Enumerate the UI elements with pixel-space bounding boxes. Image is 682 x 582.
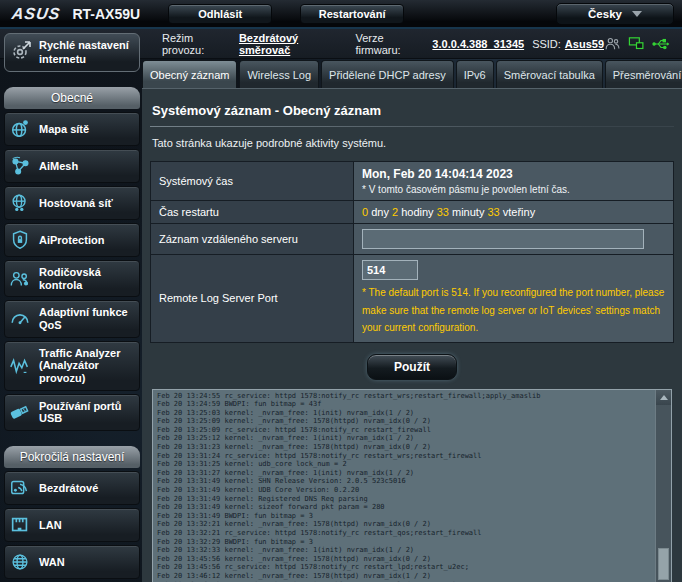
tab-wireless-log[interactable]: Wireless Log	[239, 60, 319, 88]
status-icons	[604, 36, 670, 51]
wan-icon	[8, 551, 32, 573]
uptime-seconds: 33	[487, 206, 499, 218]
tab-port-forwarding[interactable]: Přesměrování portů	[605, 60, 682, 88]
sidebar-section-general[interactable]: Obecné	[4, 87, 140, 109]
asus-logo: ASUS	[11, 5, 62, 23]
sidebar-item-adaptive-qos[interactable]: Adaptivní funkce QoS	[4, 300, 140, 337]
sidebar-item-label: Rodičovská kontrola	[39, 266, 136, 291]
sidebar-item-parental-controls[interactable]: Rodičovská kontrola	[4, 260, 140, 297]
remote-port-input[interactable]	[362, 260, 418, 280]
language-value: Česky	[588, 8, 622, 20]
logout-button[interactable]: Odhlásit	[168, 4, 272, 24]
chevron-down-icon	[632, 11, 642, 17]
ssid-link[interactable]: Asus59	[565, 38, 604, 50]
scroll-up-button[interactable]	[656, 390, 671, 405]
tab-ipv6[interactable]: IPv6	[456, 60, 494, 88]
network-map-icon	[8, 118, 32, 140]
sidebar-item-lan[interactable]: LAN	[4, 508, 140, 542]
operation-mode-label: Režim provozu:	[162, 32, 235, 56]
uptime-value: 0 dny 2 hodiny 33 minuty 33 vteřiny	[354, 201, 674, 224]
sidebar-item-label: Hostovaná síť	[39, 197, 113, 210]
apply-button[interactable]: Použít	[367, 354, 457, 380]
page-description: Tato stránka ukazuje podrobné aktivity s…	[152, 137, 672, 149]
tab-general-log[interactable]: Obecný záznam	[142, 60, 237, 88]
table-row: Záznam vzdáleného serveru	[151, 224, 674, 255]
table-row: Čas restartu 0 dny 2 hodiny 33 minuty 33…	[151, 201, 674, 224]
triangle-up-icon	[660, 395, 668, 400]
uptime-seconds-unit: vteřiny	[503, 206, 535, 218]
ssid-label: SSID:	[532, 38, 561, 50]
sidebar-item-quick-internet-setup[interactable]: Rychlé nastavení internetu	[4, 33, 140, 72]
sidebar: Rychlé nastavení internetu Obecné Mapa s…	[4, 33, 140, 582]
vertical-scroll-thumb[interactable]	[658, 548, 669, 580]
parental-controls-icon	[8, 268, 32, 290]
sidebar-item-aiprotection[interactable]: AiProtection	[4, 223, 140, 257]
sidebar-item-wireless[interactable]: Bezdrátové	[4, 471, 140, 505]
operation-mode-link[interactable]: Bezdrátový směrovač	[239, 32, 348, 56]
sidebar-item-label: LAN	[39, 519, 62, 532]
sidebar-item-label: AiProtection	[39, 234, 104, 247]
uptime-hours-unit: hodiny	[401, 206, 433, 218]
traffic-analyzer-icon	[8, 355, 32, 377]
router-model: RT-AX59U	[72, 6, 140, 22]
top-banner: ASUS RT-AX59U Odhlásit Restartování Česk…	[0, 0, 682, 29]
usb-status-icon[interactable]	[652, 37, 670, 51]
page-title: Systémový záznam - Obecný záznam	[152, 103, 672, 118]
guest-network-icon	[8, 192, 32, 214]
aiprotection-icon	[8, 229, 32, 251]
system-log-text[interactable]: Feb 20 13:24:55 rc_service: httpd 1578:n…	[157, 392, 654, 582]
remote-port-label: Remote Log Server Port	[151, 255, 354, 343]
vertical-scrollbar[interactable]	[655, 390, 671, 582]
network-devices-icon[interactable]	[628, 36, 645, 51]
sidebar-item-traffic-analyzer[interactable]: Traffic Analyzer (Analyzátor provozu)	[4, 341, 140, 391]
uptime-days: 0	[362, 206, 368, 218]
system-time-label: Systémový čas	[151, 162, 354, 201]
firmware-version-link[interactable]: 3.0.0.4.388_31345	[432, 38, 524, 50]
tab-bar: Obecný záznam Wireless Log Přidělené DHC…	[142, 60, 682, 88]
sidebar-item-label: WAN	[39, 556, 65, 569]
uptime-days-unit: dny	[371, 206, 389, 218]
remote-server-label: Záznam vzdáleného serveru	[151, 224, 354, 255]
lan-icon	[8, 514, 32, 536]
tab-routing-table[interactable]: Směrovací tabulka	[496, 60, 603, 88]
system-time-value: Mon, Feb 20 14:04:14 2023	[362, 167, 665, 181]
quick-setup-gear-icon	[9, 39, 33, 66]
usb-icon	[8, 401, 32, 423]
uptime-hours: 2	[392, 206, 398, 218]
language-dropdown[interactable]: Česky	[556, 3, 674, 25]
settings-table: Systémový čas Mon, Feb 20 14:04:14 2023 …	[150, 161, 674, 343]
sidebar-item-label: Používání portů USB	[39, 400, 136, 425]
clients-icon[interactable]	[604, 36, 621, 51]
sidebar-item-usb-application[interactable]: Používání portů USB	[4, 394, 140, 431]
aimesh-icon	[8, 155, 32, 177]
remote-server-input[interactable]	[362, 229, 644, 249]
uptime-label: Čas restartu	[151, 201, 354, 224]
sidebar-item-label: AiMesh	[39, 160, 78, 173]
sidebar-item-label: Bezdrátové	[39, 482, 98, 495]
uptime-minutes: 33	[437, 206, 449, 218]
remote-port-note: * The default port is 514. If you reconf…	[362, 284, 665, 337]
sidebar-item-label: Traffic Analyzer (Analyzátor provozu)	[39, 347, 136, 385]
wireless-icon	[8, 477, 32, 499]
sidebar-item-label: Rychlé nastavení internetu	[39, 39, 135, 65]
table-row: Systémový čas Mon, Feb 20 14:04:14 2023 …	[151, 162, 674, 201]
uptime-minutes-unit: minuty	[452, 206, 484, 218]
table-row: Remote Log Server Port * The default por…	[151, 255, 674, 343]
dst-note: * V tomto časovém pásmu je povolen letní…	[362, 184, 665, 195]
main-content: Obecný záznam Wireless Log Přidělené DHC…	[142, 60, 682, 582]
content-panel: Systémový záznam - Obecný záznam Tato st…	[142, 88, 682, 582]
sidebar-item-wan[interactable]: WAN	[4, 545, 140, 579]
sidebar-item-label: Adaptivní funkce QoS	[39, 306, 136, 331]
system-log-viewer[interactable]: Feb 20 13:24:55 rc_service: httpd 1578:n…	[152, 389, 672, 582]
sidebar-item-label: Mapa sítě	[39, 123, 89, 136]
sidebar-section-advanced[interactable]: Pokročilá nastavení	[4, 446, 140, 468]
sidebar-item-guest-network[interactable]: Hostovaná síť	[4, 186, 140, 220]
title-divider	[150, 126, 674, 127]
qos-icon	[8, 308, 32, 330]
reboot-button[interactable]: Restartování	[300, 4, 404, 24]
sidebar-item-network-map[interactable]: Mapa sítě	[4, 112, 140, 146]
sidebar-item-aimesh[interactable]: AiMesh	[4, 149, 140, 183]
firmware-label: Verze firmwaru:	[355, 32, 428, 56]
tab-dhcp-leases[interactable]: Přidělené DHCP adresy	[321, 60, 454, 88]
